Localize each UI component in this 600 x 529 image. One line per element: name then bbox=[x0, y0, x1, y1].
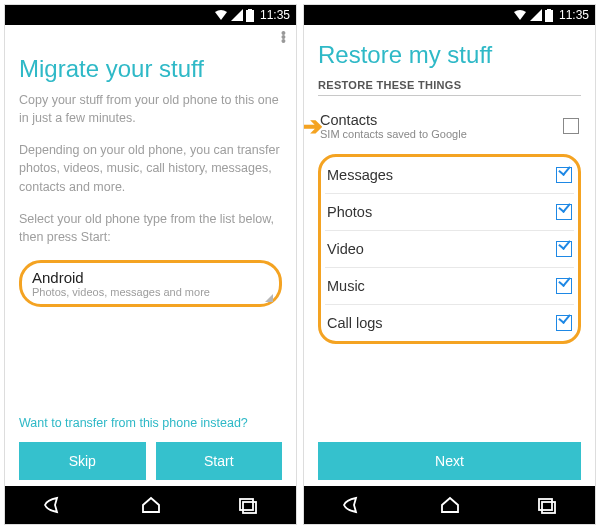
signal-icon bbox=[530, 9, 542, 21]
section-header: RESTORE THESE THINGS bbox=[318, 79, 581, 91]
signal-icon bbox=[231, 9, 243, 21]
next-button[interactable]: Next bbox=[318, 442, 581, 480]
selector-title: Android bbox=[32, 269, 269, 286]
row-label: Call logs bbox=[327, 315, 383, 331]
svg-rect-1 bbox=[243, 502, 256, 513]
recent-icon[interactable] bbox=[535, 495, 559, 515]
overflow-menu-icon[interactable]: ••• bbox=[281, 31, 286, 43]
row-label: Photos bbox=[327, 204, 372, 220]
row-sublabel: SIM contacts saved to Google bbox=[320, 128, 467, 140]
wifi-icon bbox=[513, 9, 527, 21]
page-title: Migrate your stuff bbox=[19, 55, 282, 83]
checkbox-photos[interactable] bbox=[556, 204, 572, 220]
wifi-icon bbox=[214, 9, 228, 21]
divider bbox=[318, 95, 581, 96]
svg-rect-3 bbox=[542, 502, 555, 513]
transfer-from-this-phone-link[interactable]: Want to transfer from this phone instead… bbox=[19, 416, 248, 430]
start-button[interactable]: Start bbox=[156, 442, 283, 480]
svg-rect-0 bbox=[240, 499, 253, 510]
row-contacts[interactable]: Contacts SIM contacts saved to Google bbox=[318, 102, 581, 150]
row-messages[interactable]: Messages bbox=[325, 157, 574, 194]
screen-migrate: 11:35 ••• Migrate your stuff Copy your s… bbox=[4, 4, 297, 525]
back-icon[interactable] bbox=[341, 495, 365, 515]
checkbox-video[interactable] bbox=[556, 241, 572, 257]
clock: 11:35 bbox=[260, 8, 290, 22]
svg-rect-2 bbox=[539, 499, 552, 510]
row-label: Music bbox=[327, 278, 365, 294]
battery-icon bbox=[246, 9, 254, 22]
screen-restore: 11:35 ➔ Restore my stuff RESTORE THESE T… bbox=[303, 4, 596, 525]
skip-button[interactable]: Skip bbox=[19, 442, 146, 480]
recent-icon[interactable] bbox=[236, 495, 260, 515]
page-title: Restore my stuff bbox=[318, 41, 581, 69]
intro-text-2: Depending on your old phone, you can tra… bbox=[19, 141, 282, 195]
home-icon[interactable] bbox=[438, 495, 462, 515]
row-video[interactable]: Video bbox=[325, 231, 574, 268]
checkbox-call-logs[interactable] bbox=[556, 315, 572, 331]
phone-type-selector[interactable]: Android Photos, videos, messages and mor… bbox=[19, 260, 282, 307]
intro-text-1: Copy your stuff from your old phone to t… bbox=[19, 91, 282, 127]
nav-bar bbox=[5, 486, 296, 524]
row-photos[interactable]: Photos bbox=[325, 194, 574, 231]
annotation-arrow-icon: ➔ bbox=[304, 111, 323, 142]
row-label: Video bbox=[327, 241, 364, 257]
nav-bar bbox=[304, 486, 595, 524]
battery-icon bbox=[545, 9, 553, 22]
checkbox-music[interactable] bbox=[556, 278, 572, 294]
checkbox-contacts[interactable] bbox=[563, 118, 579, 134]
row-label: Messages bbox=[327, 167, 393, 183]
row-label: Contacts bbox=[320, 112, 467, 128]
status-bar: 11:35 bbox=[5, 5, 296, 25]
back-icon[interactable] bbox=[42, 495, 66, 515]
status-bar: 11:35 bbox=[304, 5, 595, 25]
checkbox-messages[interactable] bbox=[556, 167, 572, 183]
home-icon[interactable] bbox=[139, 495, 163, 515]
row-call-logs[interactable]: Call logs bbox=[325, 305, 574, 341]
clock: 11:35 bbox=[559, 8, 589, 22]
selector-subtitle: Photos, videos, messages and more bbox=[32, 286, 269, 298]
intro-text-3: Select your old phone type from the list… bbox=[19, 210, 282, 246]
annotation-highlight: Messages Photos Video Music Call logs bbox=[318, 154, 581, 344]
row-music[interactable]: Music bbox=[325, 268, 574, 305]
